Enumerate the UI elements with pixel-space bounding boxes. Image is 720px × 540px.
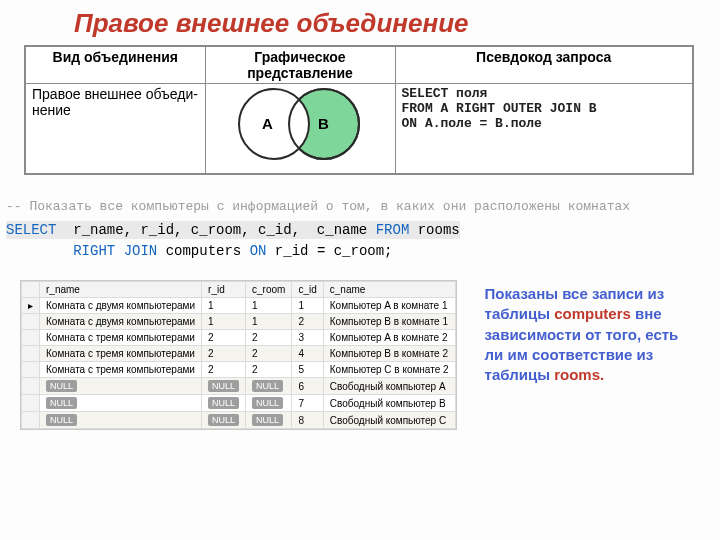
sql-statement: SELECT r_name, r_id, c_room, c_id, c_nam… (6, 220, 714, 262)
table-row: ▸Комната с двумя компьютерами111Компьюте… (22, 298, 456, 314)
cell-r_name: Комната с тремя компьютерами (40, 362, 202, 378)
cell-c_name: Компьютер A в комнате 2 (323, 330, 455, 346)
sql-comment: -- Показать все компьютеры с информацией… (6, 199, 714, 214)
cell-c_id: 2 (292, 314, 323, 330)
cell-r_id: 2 (202, 346, 246, 362)
cell-r_id: 2 (202, 362, 246, 378)
cell-c_id: 6 (292, 378, 323, 395)
null-badge: NULL (252, 414, 283, 426)
table-row: NULLNULLNULL7Свободный компьютер B (22, 395, 456, 412)
result-table: r_name r_id c_room c_id c_name ▸Комната … (20, 280, 457, 430)
null-badge: NULL (46, 414, 77, 426)
pseudocode: SELECT поля FROM A RIGHT OUTER JOIN B ON… (395, 84, 693, 175)
cell-r_id: NULL (202, 395, 246, 412)
join-type-table: Вид объединения Графическое представлени… (24, 45, 694, 175)
cell-c_room: NULL (246, 378, 292, 395)
table-row: NULLNULLNULL8Свободный компьютер C (22, 412, 456, 429)
col-c_name: c_name (323, 282, 455, 298)
cell-r_id: NULL (202, 412, 246, 429)
cell-r_name: Комната с двумя компьютерами (40, 314, 202, 330)
null-badge: NULL (208, 397, 239, 409)
cell-c_room: 1 (246, 298, 292, 314)
null-badge: NULL (208, 380, 239, 392)
cell-r_name: Комната с двумя компьютерами (40, 298, 202, 314)
null-badge: NULL (46, 380, 77, 392)
col-r_name: r_name (40, 282, 202, 298)
cell-r_id: 1 (202, 314, 246, 330)
cell-c_name: Компьютер C в комнате 2 (323, 362, 455, 378)
cell-c_id: 7 (292, 395, 323, 412)
cell-c_name: Свободный компьютер A (323, 378, 455, 395)
cell-r_name: Комната с тремя компьютерами (40, 330, 202, 346)
cell-r_id: 1 (202, 298, 246, 314)
summary-caption: Показаны все записи из таблицы computers… (485, 284, 700, 430)
venn-diagram: A B (205, 84, 395, 175)
cell-r_name: NULL (40, 412, 202, 429)
cell-c_name: Компьютер A в комнате 1 (323, 298, 455, 314)
cell-c_room: 1 (246, 314, 292, 330)
table-row: Комната с тремя компьютерами225Компьютер… (22, 362, 456, 378)
cell-r_name: Комната с тремя компьютерами (40, 346, 202, 362)
cell-c_name: Свободный компьютер C (323, 412, 455, 429)
cell-c_id: 1 (292, 298, 323, 314)
cell-c_room: NULL (246, 412, 292, 429)
cell-r_name: NULL (40, 378, 202, 395)
cell-c_name: Компьютер B в комнате 1 (323, 314, 455, 330)
cell-c_id: 8 (292, 412, 323, 429)
venn-label-a: A (262, 115, 273, 132)
col-join-type: Вид объединения (25, 46, 205, 84)
null-badge: NULL (252, 397, 283, 409)
page-title: Правое внешнее объединение (74, 8, 720, 39)
cell-r_name: NULL (40, 395, 202, 412)
cell-c_name: Компьютер B в комнате 2 (323, 346, 455, 362)
col-r_id: r_id (202, 282, 246, 298)
null-badge: NULL (46, 397, 77, 409)
result-header-row: r_name r_id c_room c_id c_name (22, 282, 456, 298)
null-badge: NULL (208, 414, 239, 426)
table-row: Комната с тремя компьютерами224Компьютер… (22, 346, 456, 362)
cell-r_id: 2 (202, 330, 246, 346)
table-row: Комната с тремя компьютерами223Компьютер… (22, 330, 456, 346)
cell-c_name: Свободный компьютер B (323, 395, 455, 412)
col-c_id: c_id (292, 282, 323, 298)
cell-c_room: 2 (246, 346, 292, 362)
venn-label-b: B (318, 115, 329, 132)
cell-c_id: 4 (292, 346, 323, 362)
cell-c_room: NULL (246, 395, 292, 412)
col-c_room: c_room (246, 282, 292, 298)
table-row: Комната с двумя компьютерами112Компьютер… (22, 314, 456, 330)
table-row: NULLNULLNULL6Свободный компьютер A (22, 378, 456, 395)
join-type-name: Правое внешнее объеди- нение (25, 84, 205, 175)
cell-c_room: 2 (246, 330, 292, 346)
cell-c_id: 3 (292, 330, 323, 346)
col-visual: Графическое представление (205, 46, 395, 84)
null-badge: NULL (252, 380, 283, 392)
cell-r_id: NULL (202, 378, 246, 395)
cell-c_id: 5 (292, 362, 323, 378)
col-pseudocode: Псевдокод запроса (395, 46, 693, 84)
cell-c_room: 2 (246, 362, 292, 378)
